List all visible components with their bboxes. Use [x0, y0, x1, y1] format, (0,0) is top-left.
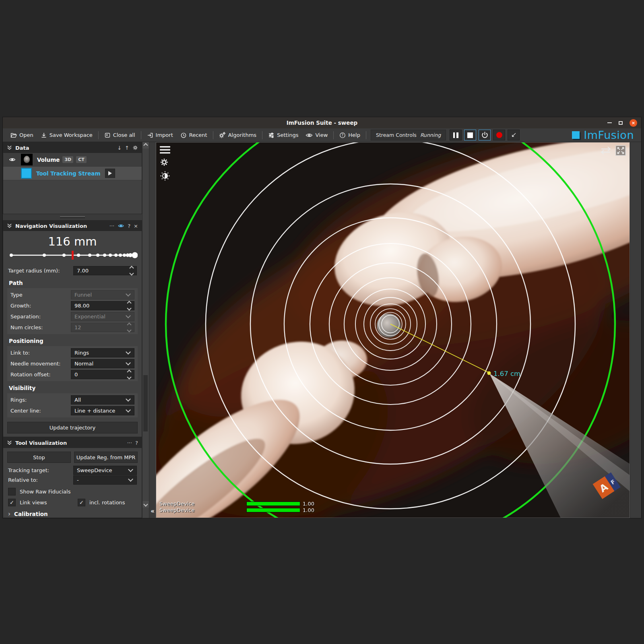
link-to-dropdown[interactable]: Rings	[71, 348, 134, 357]
stream-name: Tool Tracking Stream	[36, 170, 101, 177]
visibility-section-title: Visibility	[9, 385, 136, 391]
collapse-chevrons-icon	[7, 223, 12, 228]
badge-ct: CT	[76, 156, 87, 163]
power-button[interactable]	[479, 130, 491, 140]
data-row-tool-tracking-stream[interactable]: Tool Tracking Stream	[3, 167, 142, 180]
center-line-dropdown[interactable]: Line + distance	[71, 406, 134, 415]
scroll-down-icon[interactable]	[142, 501, 149, 508]
panel-close-icon[interactable]: ×	[134, 223, 138, 229]
relative-to-dropdown[interactable]: -	[73, 475, 137, 485]
gear-icon[interactable]	[132, 145, 138, 151]
growth-value: 98.00	[71, 303, 126, 309]
panel-menu-icon[interactable]: ···	[109, 223, 114, 229]
data-row-volume[interactable]: Volume 3D CT	[3, 153, 142, 167]
nav-panel-header[interactable]: Navigation Visualization ··· ? ×	[3, 221, 142, 231]
record-button[interactable]	[493, 130, 505, 140]
spin-down-icon[interactable]	[129, 271, 134, 275]
tracking-target-label: Tracking target:	[8, 467, 73, 473]
play-stream-button[interactable]	[105, 169, 115, 178]
swap-views-icon[interactable]	[600, 146, 612, 155]
update-reg-from-mpr-button[interactable]: Update Reg. from MPR	[74, 452, 138, 463]
navigation-visualization-panel: Navigation Visualization ··· ? × 116 mm	[3, 220, 142, 437]
panel-visibility-eye-icon[interactable]	[118, 223, 124, 228]
view-button[interactable]: View	[302, 130, 331, 140]
relative-to-label: Relative to:	[8, 477, 73, 483]
clock-icon	[180, 132, 187, 138]
sidebar-collapse-handle[interactable]: «	[149, 142, 156, 518]
3d-viewport[interactable]: A F 1.67 cm	[156, 142, 630, 518]
stop-button[interactable]: Stop	[7, 452, 71, 463]
update-trajectory-button[interactable]: Update trajectory	[7, 422, 138, 433]
view-label: View	[315, 132, 328, 138]
calibration-section[interactable]: › Calibration	[8, 510, 137, 518]
chevron-down-icon	[126, 360, 131, 365]
toolbar-separator	[141, 131, 141, 139]
tool-panel-header[interactable]: Tool Visualization ··· ?	[3, 438, 142, 448]
expand-chevron-icon: ›	[8, 510, 10, 518]
open-button[interactable]: Open	[7, 130, 37, 140]
rotation-offset-spinbox[interactable]: 0	[71, 370, 134, 379]
incl-rotations-checkbox[interactable]: ✓	[78, 499, 85, 506]
tracking-target-value: SweepDevice	[74, 467, 129, 473]
growth-spinbox[interactable]: 98.00	[71, 301, 134, 310]
panel-help-icon[interactable]: ?	[128, 223, 130, 229]
trajectory-slider[interactable]	[8, 250, 137, 262]
needle-movement-label: Needle movement:	[10, 361, 71, 367]
settings-button[interactable]: Settings	[264, 130, 302, 140]
device-status-overlay: SweepDevice 1.00 SweepDevice 1.00	[159, 501, 314, 513]
visibility-group: Rings: All Center line: Line + distance	[7, 393, 138, 417]
move-up-icon[interactable]: ↑	[125, 145, 129, 151]
show-raw-fiducials-checkbox[interactable]	[8, 488, 16, 495]
calibration-label: Calibration	[14, 511, 48, 517]
scrollbar-thumb[interactable]	[143, 375, 148, 431]
dock-view-button[interactable]	[508, 130, 520, 140]
close-all-label: Close all	[113, 132, 135, 138]
needle-movement-dropdown[interactable]: Normal	[71, 359, 134, 368]
view-settings-gear-icon[interactable]	[160, 158, 169, 167]
help-button[interactable]: ? Help	[336, 130, 364, 140]
path-group: Type Funnel Growth: 98.00	[7, 288, 138, 334]
tool-visualization-panel: Tool Visualization ··· ? Stop Update Reg…	[3, 437, 142, 518]
visibility-eye-icon[interactable]	[8, 157, 16, 162]
close-icon[interactable]: ×	[630, 119, 637, 127]
panel-help-icon[interactable]: ?	[135, 440, 138, 446]
save-icon	[41, 132, 47, 138]
pause-button[interactable]	[450, 130, 462, 140]
spin-up-icon[interactable]	[127, 369, 131, 374]
data-panel-header[interactable]: Data ↓ ↑	[3, 142, 142, 153]
stop-stream-button[interactable]	[464, 130, 476, 140]
type-dropdown: Funnel	[71, 290, 134, 299]
brightness-contrast-icon[interactable]	[160, 171, 170, 181]
rings-dropdown[interactable]: All	[71, 395, 134, 405]
spin-down-icon[interactable]	[127, 375, 131, 379]
tracking-target-dropdown[interactable]: SweepDevice	[73, 466, 137, 475]
scroll-up-icon[interactable]	[142, 142, 149, 149]
panel-menu-icon[interactable]: ···	[127, 440, 132, 446]
fullscreen-icon[interactable]	[615, 145, 626, 156]
minimize-icon[interactable]	[607, 122, 612, 123]
spin-up-icon[interactable]	[129, 266, 134, 270]
slider-current-marker	[72, 251, 74, 260]
sidebar-scrollbar[interactable]	[142, 142, 149, 518]
distance-readout: 116 mm	[3, 235, 142, 248]
spin-up-icon[interactable]	[127, 301, 131, 305]
positioning-group: Link to: Rings Needle movement: Normal	[7, 346, 138, 381]
toolbar-separator	[333, 131, 334, 139]
import-icon	[147, 132, 153, 138]
link-views-checkbox[interactable]: ✓	[8, 499, 16, 506]
move-down-icon[interactable]: ↓	[117, 145, 122, 151]
link-to-label: Link to:	[10, 350, 71, 356]
restore-icon[interactable]	[619, 121, 623, 125]
save-workspace-button[interactable]: Save Workspace	[37, 130, 96, 140]
spin-down-icon[interactable]	[127, 306, 131, 310]
chevron-down-icon	[128, 477, 133, 482]
target-radius-spinbox[interactable]: 7.00	[73, 266, 137, 275]
close-all-button[interactable]: Close all	[101, 130, 139, 140]
data-panel-title: Data	[15, 145, 29, 151]
view-menu-icon[interactable]	[160, 146, 170, 154]
panel-splitter[interactable]	[3, 214, 142, 220]
import-button[interactable]: Import	[143, 130, 177, 140]
recent-button[interactable]: Recent	[177, 130, 211, 140]
algorithms-button[interactable]: Algorithms	[215, 130, 260, 140]
device-signal-bar	[246, 502, 300, 506]
